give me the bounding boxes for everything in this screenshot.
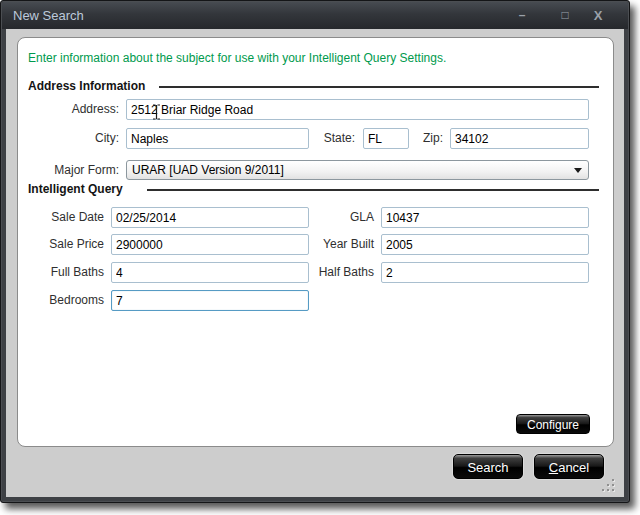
- city-input[interactable]: [126, 128, 309, 149]
- major-form-selected-value: URAR [UAD Version 9/2011]: [132, 163, 284, 177]
- sale-date-label: Sale Date: [21, 210, 104, 224]
- address-input[interactable]: [126, 99, 589, 120]
- instruction-text: Enter information about the subject for …: [28, 51, 446, 65]
- city-label: City:: [31, 131, 119, 145]
- full-baths-input[interactable]: [111, 262, 309, 283]
- half-baths-input[interactable]: [381, 262, 589, 283]
- state-label: State:: [301, 131, 355, 145]
- year-built-input[interactable]: [381, 234, 589, 255]
- sale-price-input[interactable]: [111, 234, 309, 255]
- zip-input[interactable]: [450, 128, 589, 149]
- address-section-divider: [159, 86, 599, 88]
- address-section-title: Address Information: [28, 79, 145, 93]
- query-section-divider: [147, 189, 599, 191]
- state-input[interactable]: [363, 128, 409, 149]
- close-icon: X: [594, 8, 603, 23]
- minimize-icon: –: [519, 8, 526, 22]
- maximize-icon: □: [561, 8, 568, 22]
- minimize-button[interactable]: –: [512, 2, 532, 29]
- maximize-button[interactable]: □: [555, 2, 575, 29]
- address-label: Address:: [31, 102, 119, 116]
- resize-grip-icon[interactable]: [602, 479, 616, 493]
- new-search-dialog: New Search – □ X Enter information about…: [0, 0, 640, 515]
- gla-input[interactable]: [381, 207, 589, 228]
- gla-label: GLA: [291, 210, 374, 224]
- sale-price-label: Sale Price: [21, 237, 104, 251]
- half-baths-label: Half Baths: [291, 265, 374, 279]
- bedrooms-label: Bedrooms: [21, 293, 104, 307]
- major-form-label: Major Form:: [21, 163, 119, 177]
- bedrooms-input[interactable]: [111, 290, 309, 311]
- sale-date-input[interactable]: [111, 207, 309, 228]
- configure-button[interactable]: Configure: [516, 414, 590, 434]
- window-title: New Search: [13, 2, 84, 29]
- major-form-select[interactable]: URAR [UAD Version 9/2011]: [126, 160, 589, 180]
- search-button[interactable]: Search: [453, 454, 523, 479]
- title-bar[interactable]: New Search – □ X: [2, 2, 628, 29]
- year-built-label: Year Built: [291, 237, 374, 251]
- dialog-window: New Search – □ X Enter information about…: [0, 0, 630, 503]
- full-baths-label: Full Baths: [21, 265, 104, 279]
- cancel-button[interactable]: Cancel: [534, 454, 604, 479]
- chevron-down-icon: [574, 168, 582, 173]
- zip-label: Zip:: [406, 131, 443, 145]
- close-button[interactable]: X: [588, 2, 608, 29]
- query-section-title: Intelligent Query: [28, 182, 123, 196]
